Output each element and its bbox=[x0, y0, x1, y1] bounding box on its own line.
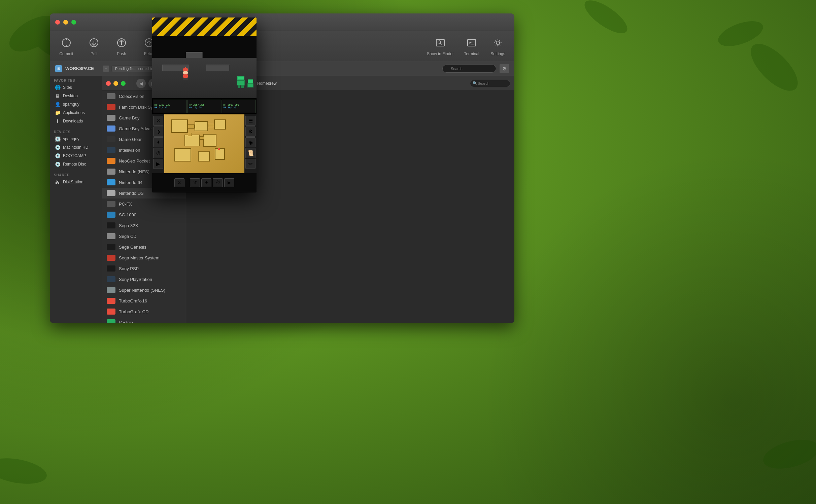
minimize-button[interactable] bbox=[63, 20, 68, 25]
spamguy-device-label: spamguy bbox=[63, 137, 79, 141]
sidebar-item-bootcamp[interactable]: 💿 BOOTCAMP bbox=[51, 152, 100, 160]
enemy-2 bbox=[247, 79, 254, 89]
tab-homebrew[interactable]: Homebrew bbox=[252, 80, 281, 87]
console-item-pcfx[interactable]: PC-FX bbox=[102, 199, 186, 209]
char3-hp-label: HP 200/ 200 bbox=[224, 104, 254, 106]
bottom-action-bar: ⚔ 🗡 ✦ ⏱ ▶ bbox=[152, 173, 257, 192]
char3-stats: HP 200/ 200 MP 30/ 36 bbox=[222, 100, 256, 113]
back-button[interactable]: ◀ bbox=[136, 79, 146, 88]
oe-maximize-button[interactable] bbox=[121, 81, 126, 86]
n64-icon bbox=[107, 179, 115, 185]
map-corridor-3 bbox=[188, 133, 192, 136]
console-item-tgcd[interactable]: TurboGrafx-CD bbox=[102, 306, 186, 317]
sidebar-item-desktop[interactable]: 🖥 Desktop bbox=[51, 92, 100, 100]
remote-disc-icon: 💿 bbox=[55, 161, 61, 167]
svg-line-28 bbox=[440, 43, 442, 44]
settings-button[interactable]: Settings bbox=[489, 36, 506, 56]
sites-label: Sites bbox=[63, 85, 72, 90]
psx-icon bbox=[107, 276, 115, 282]
maximize-button[interactable] bbox=[71, 20, 76, 25]
svg-point-4 bbox=[0, 454, 49, 488]
sidebar-item-downloads[interactable]: ⬇ Downloads bbox=[51, 117, 100, 125]
console-item-vectrex[interactable]: Vectrex bbox=[102, 317, 186, 323]
tgcd-icon bbox=[107, 309, 115, 315]
console-item-snes[interactable]: Super Nintendo (SNES) bbox=[102, 285, 186, 295]
action-btn-5[interactable]: ▶ bbox=[224, 178, 234, 187]
console-item-psx[interactable]: Sony PlayStation bbox=[102, 274, 186, 285]
close-button[interactable] bbox=[55, 20, 60, 25]
segacd-icon bbox=[107, 233, 115, 239]
hero-crono bbox=[182, 69, 189, 80]
psp-icon bbox=[107, 265, 115, 272]
game-popup-window: HP 232/ 232 MP 22/ 32 HP 235/ 235 MP 16/… bbox=[152, 17, 257, 192]
settings-icon bbox=[491, 36, 505, 49]
action-btn-2[interactable]: 🗡 bbox=[190, 178, 200, 187]
map-icon-arrow: ▶ bbox=[153, 159, 163, 169]
sidebar-item-spamguy-device[interactable]: 💽 spamguy bbox=[51, 135, 100, 143]
oe-close-button[interactable] bbox=[106, 81, 111, 86]
map-room-1 bbox=[171, 119, 188, 133]
diskstation-label: DiskStation bbox=[63, 180, 83, 184]
spamguy-label: spamguy bbox=[63, 102, 79, 107]
console-item-psp[interactable]: Sony PSP bbox=[102, 263, 186, 274]
sourcetree-window: Commit Pull Push bbox=[50, 13, 514, 323]
battle-stats-row: HP 232/ 232 MP 22/ 32 HP 235/ 235 MP 16/… bbox=[152, 98, 257, 114]
sidebar-item-diskstation[interactable]: 🖧 DiskStation bbox=[51, 178, 100, 186]
console-item-sms[interactable]: Sega Master System bbox=[102, 252, 186, 263]
sms-icon bbox=[107, 255, 115, 261]
svg-point-5 bbox=[760, 434, 816, 474]
sidebar-item-applications[interactable]: 📁 Applications bbox=[51, 109, 100, 117]
pcfx-icon bbox=[107, 201, 115, 207]
game-scene-area bbox=[152, 17, 257, 98]
terminal-button[interactable]: Terminal bbox=[463, 36, 480, 56]
sg1000-icon bbox=[107, 212, 115, 218]
finder-sidebar: Favorites 🌐 Sites 🖥 Desktop 👤 spamguy 📁 … bbox=[50, 76, 102, 323]
sidebar-item-remote-disc[interactable]: 💿 Remote Disc bbox=[51, 160, 100, 168]
console-item-tg16[interactable]: TurboGrafx-16 bbox=[102, 295, 186, 306]
devices-section: Devices 💽 spamguy 💿 Macintosh HD 💿 BOOTC… bbox=[50, 128, 102, 171]
remote-disc-label: Remote Disc bbox=[63, 162, 86, 167]
gameboy-icon bbox=[107, 115, 115, 121]
action-btn-4[interactable]: ⏱ bbox=[213, 178, 223, 187]
settings-label: Settings bbox=[490, 51, 505, 56]
search-input[interactable] bbox=[442, 65, 496, 73]
oe-minimize-button[interactable] bbox=[113, 81, 118, 86]
hazard-ceiling bbox=[152, 17, 257, 36]
action-btn-1[interactable]: ⚔ bbox=[174, 178, 184, 187]
player-marker: 📍 bbox=[216, 148, 222, 153]
push-button[interactable]: Push bbox=[113, 36, 130, 56]
shared-section: Shared 🖧 DiskStation bbox=[50, 171, 102, 188]
console-item-segacd[interactable]: Sega CD bbox=[102, 231, 186, 242]
console-item-sg1000[interactable]: SG-1000 bbox=[102, 209, 186, 220]
pull-button[interactable]: Pull bbox=[86, 36, 102, 56]
map-area: 📍 bbox=[164, 114, 244, 173]
show-in-finder-button[interactable]: Show in Finder bbox=[427, 36, 454, 56]
console-item-genesis[interactable]: Sega Genesis bbox=[102, 242, 186, 252]
sidebar-item-spamguy[interactable]: 👤 spamguy bbox=[51, 100, 100, 108]
desktop-icon: 🖥 bbox=[55, 93, 61, 99]
sidebar-item-sites[interactable]: 🌐 Sites bbox=[51, 83, 100, 92]
map-icon-time: ⏱ bbox=[153, 148, 163, 158]
user-icon: 👤 bbox=[55, 102, 61, 107]
svg-point-27 bbox=[438, 41, 441, 43]
char2-hp-label: HP 235/ 235 bbox=[189, 104, 219, 106]
action-btn-3[interactable]: ✦ bbox=[201, 178, 211, 187]
char1-mp-val: MP 22/ 32 bbox=[155, 106, 185, 109]
map-left-icons: ⚔ 🗡 ✦ ⏱ ▶ bbox=[152, 114, 164, 173]
favorites-header: Favorites bbox=[50, 78, 102, 83]
gear-button[interactable]: ⚙ bbox=[500, 64, 509, 73]
svg-point-6 bbox=[580, 0, 632, 39]
sega32x-icon bbox=[107, 222, 115, 228]
map-icon-menu2: ⚙ bbox=[245, 127, 256, 137]
game-map-section: ⚔ 🗡 ✦ ⏱ ▶ 📍 ☰ ⚙ ◉ bbox=[152, 114, 257, 173]
gamegear-icon bbox=[107, 136, 115, 142]
downloads-label: Downloads bbox=[63, 119, 83, 123]
char1-stats: HP 232/ 232 MP 22/ 32 bbox=[153, 100, 187, 113]
commit-button[interactable]: Commit bbox=[58, 36, 75, 56]
platform-3 bbox=[186, 52, 203, 58]
console-item-sega32x[interactable]: Sega 32X bbox=[102, 220, 186, 231]
map-room-4 bbox=[184, 135, 200, 146]
sidebar-item-macintosh-hd[interactable]: 💿 Macintosh HD bbox=[51, 143, 100, 151]
gba-icon bbox=[107, 125, 115, 132]
sort-button[interactable]: − bbox=[103, 65, 109, 72]
